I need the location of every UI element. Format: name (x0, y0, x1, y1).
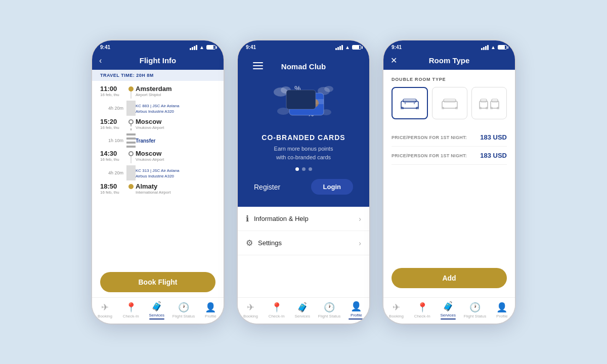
stop-amsterdam: 11:00 16 feb, thu Amsterdam Airport Ship… (100, 85, 215, 99)
status-bar-2: 9:41 ▲ (246, 44, 361, 52)
transfer-segment: 1h 10m Transfer (100, 133, 215, 148)
notch-bar-3: 9:41 ▲ (383, 40, 515, 52)
room-options (392, 87, 507, 119)
signal-icon-3 (481, 45, 489, 50)
room-section-label: DOUBLE ROOM TYPE (392, 77, 507, 82)
date-amsterdam: 16 feb, thu (100, 93, 126, 97)
dot-1[interactable] (295, 167, 299, 171)
flight-status-icon-2: 🕐 (324, 302, 335, 313)
login-button[interactable]: Login (311, 179, 353, 195)
phone-flight-info: 9:41 ▲ ‹ Flight Info TRAV (92, 40, 224, 324)
dest-moscow-2: Moscow (136, 150, 215, 157)
room-body: DOUBLE ROOM TYPE (383, 70, 515, 268)
dot-2[interactable] (302, 167, 306, 171)
settings-icon: ⚙ (246, 238, 253, 248)
bottom-nav-1: ✈ Booking 📍 Check-In 🧳 Services 🕐 Flight… (92, 297, 224, 324)
wifi-icon-2: ▲ (345, 44, 350, 50)
svg-rect-2 (253, 68, 263, 69)
sub-almaty: International Airport (136, 190, 215, 195)
checkin-icon-2: 📍 (271, 302, 282, 313)
room-card-twin[interactable] (471, 87, 507, 119)
flight-timeline: 11:00 16 feb, thu Amsterdam Airport Ship… (92, 81, 224, 268)
nav-checkin-2[interactable]: 📍 Check-In (267, 302, 287, 318)
nomad-title: Nomad Club (281, 62, 326, 71)
flight-1: KC 883 | JSC Air Astana (136, 104, 180, 108)
dot-amsterdam (128, 86, 134, 92)
nav-booking-3[interactable]: ✈ Booking (386, 302, 407, 318)
nav-active-indicator (149, 318, 164, 320)
svg-rect-31 (492, 99, 498, 102)
date-moscow-1: 16 feb, thu (100, 125, 126, 130)
nav-flight-status-2[interactable]: 🕐 Flight Status (318, 302, 340, 318)
info-label: Information & Help (254, 215, 359, 222)
status-icons-2: ▲ (335, 44, 361, 50)
room-card-single-1[interactable] (432, 87, 467, 119)
checkin-icon-3: 📍 (417, 302, 428, 313)
date-almaty: 16 feb, thu (100, 190, 126, 195)
book-flight-button[interactable]: Book Flight (100, 272, 215, 292)
flight-info-header: ‹ Flight Info (92, 52, 224, 70)
nomad-header: Nomad Club (246, 62, 361, 77)
sub-moscow-1: Vnukovo Airport (136, 125, 215, 130)
svg-rect-17 (403, 99, 416, 102)
settings-row[interactable]: ⚙ Settings › (238, 231, 369, 255)
status-icons-1: ▲ (190, 44, 215, 50)
travel-time-bar: TRAVEL TIME: 20H 8M (92, 70, 224, 81)
nav-checkin[interactable]: 📍 Check-In (121, 302, 141, 318)
info-icon: ℹ (246, 214, 249, 223)
phone-nomad-club: 9:41 ▲ (238, 40, 369, 324)
time-almaty: 18:50 (100, 183, 126, 190)
segment-1: 4h 20m KC 883 | JSC Air Astana Airbus In… (100, 101, 215, 116)
booking-icon: ✈ (101, 302, 109, 313)
nav-checkin-3[interactable]: 📍 Check-In (412, 302, 432, 318)
booking-icon-2: ✈ (247, 302, 254, 313)
stop-almaty: 18:50 16 feb, thu Almaty International A… (100, 183, 215, 195)
menu-icon[interactable] (253, 61, 263, 72)
nav-booking[interactable]: ✈ Booking (95, 302, 115, 318)
svg-rect-0 (253, 62, 263, 63)
time-3: 9:41 (392, 44, 402, 50)
nav-active-indicator-3 (441, 318, 456, 320)
flight-status-icon: 🕐 (178, 302, 189, 313)
close-button[interactable]: ✕ (391, 56, 397, 65)
add-btn-wrapper: Add (383, 268, 515, 297)
battery-icon-3 (498, 45, 507, 50)
phone-room-type: 9:41 ▲ ✕ Room Type (383, 40, 515, 324)
room-type-header: ✕ Room Type (383, 52, 515, 70)
services-icon-3: 🧳 (443, 301, 454, 312)
dest-almaty: Almaty (136, 183, 215, 190)
price-row-2: PRICE/PERSON FOR 1ST NIGHT: 183 USD (392, 147, 507, 165)
nav-profile-2[interactable]: 👤 Profile (346, 301, 366, 320)
add-button[interactable]: Add (392, 268, 507, 288)
co-branded-desc: Earn more bonus pointswith co-branded ca… (274, 145, 333, 161)
time-moscow-2: 14:30 (100, 150, 126, 157)
stop-moscow-2: 14:30 16 feb, thu Moscow Vnukovo Airport (100, 150, 215, 163)
register-button[interactable]: Register (254, 183, 280, 191)
dot-moscow-1 (128, 119, 134, 124)
nav-profile[interactable]: 👤 Profile (200, 302, 221, 318)
nav-flight-status[interactable]: 🕐 Flight Status (172, 302, 195, 318)
sub-amsterdam: Airport Shiptol (136, 93, 215, 97)
room-type-title: Room Type (429, 56, 470, 65)
notch-bar-2: 9:41 ▲ (238, 40, 369, 52)
nav-services[interactable]: 🧳 Services (147, 301, 167, 320)
services-icon: 🧳 (151, 301, 162, 312)
wifi-icon: ▲ (199, 44, 204, 50)
nav-flight-status-3[interactable]: 🕐 Flight Status (464, 302, 486, 318)
info-help-row[interactable]: ℹ Information & Help › (238, 207, 369, 231)
nav-profile-3[interactable]: 👤 Profile (492, 302, 512, 318)
nav-booking-2[interactable]: ✈ Booking (241, 302, 261, 318)
svg-rect-15 (286, 90, 316, 109)
stop-moscow-1: 15:20 16 feb, thu Moscow Vnukovo Airport (100, 118, 215, 131)
nav-services-2[interactable]: 🧳 Services (292, 302, 313, 318)
back-button[interactable]: ‹ (99, 56, 102, 65)
svg-rect-1 (253, 65, 263, 66)
room-card-double[interactable] (392, 87, 428, 119)
nomad-white-section: ℹ Information & Help › ⚙ Settings › (238, 207, 369, 297)
dot-3[interactable] (309, 167, 312, 171)
dest-moscow-1: Moscow (136, 118, 215, 125)
booking-icon-3: ✈ (393, 302, 400, 313)
bottom-nav-2: ✈ Booking 📍 Check-In 🧳 Services 🕐 Flight… (238, 297, 369, 324)
transfer-label: Transfer (136, 138, 155, 144)
nav-services-3[interactable]: 🧳 Services (438, 301, 458, 320)
